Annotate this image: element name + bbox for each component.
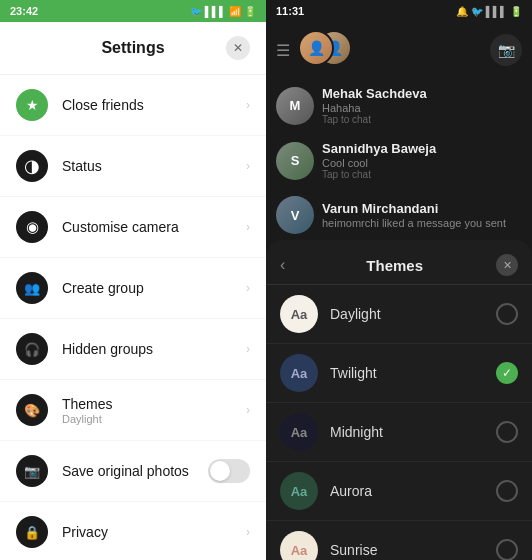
chevron-icon: › xyxy=(246,342,250,356)
privacy-text: Privacy xyxy=(62,524,232,540)
themes-back-button[interactable]: ‹ xyxy=(280,256,285,274)
close-friends-text: Close friends xyxy=(62,97,232,113)
close-icon: ✕ xyxy=(503,259,512,272)
chevron-icon: › xyxy=(246,281,250,295)
theme-name-aurora: Aurora xyxy=(330,483,484,499)
themes-list: Aa Daylight Aa Twilight ✓ Aa Midnight xyxy=(266,285,532,560)
avatar: V xyxy=(276,196,314,234)
theme-name-midnight: Midnight xyxy=(330,424,484,440)
chevron-icon: › xyxy=(246,403,250,417)
status-icons-left: 🐦 ▌▌▌ 📶 🔋 xyxy=(190,6,256,17)
status-bar-right: 11:31 🔔 🐦 ▌▌▌ 🔋 xyxy=(266,0,532,22)
theme-radio-twilight[interactable]: ✓ xyxy=(496,362,518,384)
themes-close-button[interactable]: ✕ xyxy=(496,254,518,276)
customise-camera-label: Customise camera xyxy=(62,219,232,235)
status-icon: ◑ xyxy=(16,150,48,182)
camera-settings-icon: ◉ xyxy=(16,211,48,243)
menu-item-close-friends[interactable]: ★ Close friends › xyxy=(0,75,266,136)
theme-item-daylight[interactable]: Aa Daylight xyxy=(266,285,532,344)
notification-icon: 🔔 xyxy=(456,6,468,17)
menu-item-themes[interactable]: 🎨 Themes Daylight › xyxy=(0,380,266,441)
menu-item-hidden-groups[interactable]: 🎧 Hidden groups › xyxy=(0,319,266,380)
themes-overlay: ‹ Themes ✕ Aa Daylight Aa Twilight ✓ xyxy=(266,240,532,560)
chat-name: Mehak Sachdeva xyxy=(322,86,522,101)
theme-radio-sunrise[interactable] xyxy=(496,539,518,560)
save-photos-toggle[interactable] xyxy=(208,459,250,483)
theme-radio-daylight[interactable] xyxy=(496,303,518,325)
list-item[interactable]: M Mehak Sachdeva Hahaha Tap to chat xyxy=(266,78,532,133)
theme-name-twilight: Twilight xyxy=(330,365,484,381)
chat-name: Sannidhya Baweja xyxy=(322,141,522,156)
close-settings-button[interactable]: ✕ xyxy=(226,36,250,60)
battery-icon: 🔋 xyxy=(244,6,256,17)
theme-radio-aurora[interactable] xyxy=(496,480,518,502)
chat-action: Tap to chat xyxy=(322,169,522,180)
signal-icon: ▌▌▌ xyxy=(205,6,226,17)
chat-message: Hahaha xyxy=(322,102,522,114)
aa-icon: Aa xyxy=(291,484,308,499)
theme-item-aurora[interactable]: Aa Aurora xyxy=(266,462,532,521)
menu-item-status[interactable]: ◑ Status › xyxy=(0,136,266,197)
themes-title: Themes xyxy=(293,257,496,274)
wifi-icon: 📶 xyxy=(229,6,241,17)
status-label: Status xyxy=(62,158,232,174)
hidden-groups-icon: 🎧 xyxy=(16,333,48,365)
menu-list: ★ Close friends › ◑ Status › ◉ Customise… xyxy=(0,75,266,560)
chat-info: Varun Mirchandani heimomrchi liked a mes… xyxy=(322,201,522,229)
chat-info: Mehak Sachdeva Hahaha Tap to chat xyxy=(322,86,522,125)
avatar-1: 👤 xyxy=(298,30,334,66)
menu-item-create-group[interactable]: 👥 Create group › xyxy=(0,258,266,319)
theme-radio-midnight[interactable] xyxy=(496,421,518,443)
theme-item-sunrise[interactable]: Aa Sunrise xyxy=(266,521,532,560)
aa-icon: Aa xyxy=(291,425,308,440)
chat-message: Cool cool xyxy=(322,157,522,169)
chat-info: Sannidhya Baweja Cool cool Tap to chat xyxy=(322,141,522,180)
themes-text: Themes Daylight xyxy=(62,396,232,425)
menu-item-privacy[interactable]: 🔒 Privacy › xyxy=(0,502,266,560)
time-right: 11:31 xyxy=(276,5,304,17)
save-photos-label: Save original photos xyxy=(62,463,194,479)
signal-bars-icon: ▌▌▌ xyxy=(486,6,507,17)
twitter-icon-right: 🐦 xyxy=(471,6,483,17)
themes-sub: Daylight xyxy=(62,413,232,425)
customise-camera-text: Customise camera xyxy=(62,219,232,235)
group-avatar[interactable]: 👤 👤 xyxy=(298,30,358,70)
settings-header: Settings ✕ xyxy=(0,22,266,75)
theme-item-twilight[interactable]: Aa Twilight ✓ xyxy=(266,344,532,403)
aa-icon: Aa xyxy=(291,307,308,322)
themes-icon: 🎨 xyxy=(16,394,48,426)
privacy-icon: 🔒 xyxy=(16,516,48,548)
chat-header: ☰ 👤 👤 📷 xyxy=(266,22,532,78)
save-photos-text: Save original photos xyxy=(62,463,194,479)
chat-name: Varun Mirchandani xyxy=(322,201,522,216)
chevron-icon: › xyxy=(246,220,250,234)
theme-preview-daylight: Aa xyxy=(280,295,318,333)
themes-label: Themes xyxy=(62,396,232,412)
avatar: S xyxy=(276,142,314,180)
theme-preview-sunrise: Aa xyxy=(280,531,318,560)
menu-item-save-photos[interactable]: 📷 Save original photos xyxy=(0,441,266,502)
theme-preview-midnight: Aa xyxy=(280,413,318,451)
settings-panel: 23:42 🐦 ▌▌▌ 📶 🔋 Settings ✕ ★ Close frien… xyxy=(0,0,266,560)
save-photos-icon: 📷 xyxy=(16,455,48,487)
privacy-label: Privacy xyxy=(62,524,232,540)
menu-item-customise-camera[interactable]: ◉ Customise camera › xyxy=(0,197,266,258)
aa-icon: Aa xyxy=(291,543,308,558)
hidden-groups-label: Hidden groups xyxy=(62,341,232,357)
hamburger-icon[interactable]: ☰ xyxy=(276,41,290,60)
close-friends-icon: ★ xyxy=(16,89,48,121)
camera-icon[interactable]: 📷 xyxy=(490,34,522,66)
close-friends-label: Close friends xyxy=(62,97,232,113)
time-left: 23:42 xyxy=(10,5,38,17)
list-item[interactable]: S Sannidhya Baweja Cool cool Tap to chat xyxy=(266,133,532,188)
chevron-icon: › xyxy=(246,159,250,173)
chat-message: heimomrchi liked a message you sent xyxy=(322,217,522,229)
group-icon: 👥 xyxy=(16,272,48,304)
theme-item-midnight[interactable]: Aa Midnight xyxy=(266,403,532,462)
hidden-groups-text: Hidden groups xyxy=(62,341,232,357)
twitter-icon: 🐦 xyxy=(190,6,202,17)
chevron-icon: › xyxy=(246,98,250,112)
list-item[interactable]: V Varun Mirchandani heimomrchi liked a m… xyxy=(266,188,532,242)
status-bar-left: 23:42 🐦 ▌▌▌ 📶 🔋 xyxy=(0,0,266,22)
theme-preview-aurora: Aa xyxy=(280,472,318,510)
